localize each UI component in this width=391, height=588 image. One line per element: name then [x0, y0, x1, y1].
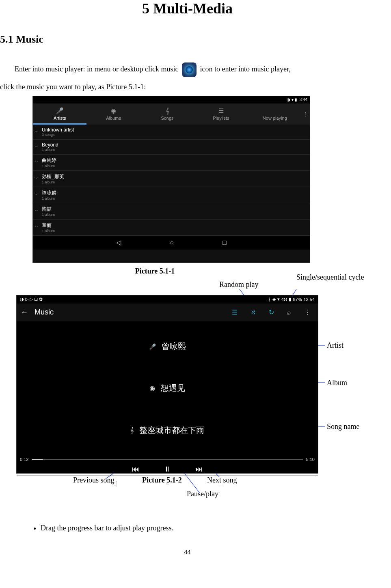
note-icon: 𝄞: [166, 107, 169, 114]
chevron-down-icon: ﹀: [35, 159, 42, 165]
progress-bar[interactable]: [32, 459, 302, 460]
section-title: 5.1 Music: [0, 33, 375, 45]
next-button[interactable]: ⏭: [195, 465, 203, 474]
artist-sub: 1 album: [42, 164, 306, 168]
artist-sub: 1 album: [42, 180, 306, 184]
signal-icon: ▾: [277, 297, 280, 302]
screenshot-artists-list: ◑ ▾ ▮ 3:44 🎤 Artists ◉ Albums 𝄞 Songs ☰ …: [32, 96, 310, 263]
artist-sub: 1 album: [42, 196, 306, 200]
playback-controls: ⏮ ⏸ ⏭: [17, 463, 318, 476]
mic-icon: 🎤: [56, 107, 64, 114]
nowplaying-album-row[interactable]: ◉ 想遇见: [17, 383, 318, 394]
note-icon: 𝄞: [130, 427, 134, 434]
intro-text-2: icon to enter into music player,: [200, 65, 290, 73]
intro-paragraph: Enter into music player: in menu or desk…: [0, 62, 375, 77]
status-bar: ◑ ▾ ▮ 3:44: [33, 96, 310, 103]
bullet-list: Drag the progress bar to adjust play pro…: [0, 524, 375, 532]
music-app-icon: [182, 62, 197, 77]
shuffle-icon[interactable]: ⤮: [251, 308, 256, 316]
artist-name: 陶喆: [42, 206, 306, 213]
overflow-menu[interactable]: ⋮: [302, 103, 310, 125]
artist-name: 孙楠_那英: [42, 173, 306, 180]
nowplaying-song: 整座城市都在下雨: [139, 425, 204, 436]
progress-row: 0:12 5:10: [17, 455, 318, 463]
list-item[interactable]: ﹀ Beyond 1 album: [33, 140, 310, 155]
nowplaying-album: 想遇见: [161, 383, 185, 394]
bullet-item: Drag the progress bar to adjust play pro…: [41, 524, 375, 532]
bt-icon: ᚼ: [268, 297, 271, 302]
mic-icon: 🎤: [149, 343, 156, 350]
chevron-down-icon: ﹀: [35, 192, 42, 198]
chevron-down-icon: ﹀: [35, 129, 42, 135]
artist-name: Unknown artist: [42, 127, 306, 133]
status-icons: ◑ ▾ ▮: [287, 97, 297, 102]
list-item[interactable]: ﹀ 陶喆 1 album: [33, 203, 310, 220]
tab-albums-label: Albums: [106, 116, 121, 121]
tab-albums[interactable]: ◉ Albums: [86, 103, 140, 125]
status-time: 13:54: [303, 297, 315, 302]
tab-nowplaying[interactable]: Now playing: [248, 103, 302, 125]
annotation-cycle: Single/sequential cycle: [296, 273, 364, 282]
chevron-down-icon: ﹀: [35, 144, 42, 150]
nav-back-icon[interactable]: ◁: [116, 239, 121, 246]
tab-artists-label: Artists: [54, 116, 66, 121]
chapter-title: 5 Multi-Media: [0, 0, 375, 17]
nowplaying-header: ← Music ☰ ⤮ ↻ ⌕ ⋮: [17, 304, 318, 321]
list-icon: ☰: [218, 107, 224, 114]
queue-icon[interactable]: ☰: [232, 308, 238, 316]
list-item[interactable]: ﹀ 孙楠_那英 1 album: [33, 171, 310, 187]
list-item[interactable]: ﹀ 谭咏麟 1 album: [33, 187, 310, 203]
artist-list: ﹀ Unknown artist 3 songs ﹀ Beyond 1 albu…: [33, 125, 310, 236]
nav-recent-icon[interactable]: □: [223, 239, 227, 246]
artist-sub: 1 album: [42, 229, 306, 233]
annotation-artist: Artist: [327, 341, 343, 350]
search-icon[interactable]: ⌕: [287, 309, 291, 316]
figure-caption-2: Picture 5.1-2: [142, 476, 182, 485]
status-time: 3:44: [300, 97, 307, 102]
header-title: Music: [35, 308, 222, 317]
annotation-songname: Song name: [327, 422, 360, 431]
disc-icon: ◉: [111, 107, 116, 114]
signal-text: 4G: [281, 297, 287, 302]
status-bar: ◑ ▷ ▷ ⊡ ✿ ᚼ ◈ ▾ 4G ▮ 97% 13:54: [17, 295, 318, 304]
tab-artists[interactable]: 🎤 Artists: [33, 103, 86, 125]
nav-home-icon[interactable]: ○: [170, 239, 174, 246]
back-icon[interactable]: ←: [21, 308, 28, 317]
nowplaying-artist-row[interactable]: 🎤 曾咏熙: [17, 341, 318, 352]
artist-sub: 1 album: [42, 148, 306, 152]
artist-name: 童丽: [42, 222, 306, 229]
pause-button[interactable]: ⏸: [164, 465, 171, 474]
time-total: 5:10: [306, 457, 315, 462]
tab-nowplaying-label: Now playing: [263, 116, 287, 121]
annotation-random-play: Random play: [219, 280, 259, 289]
annotation-pause-play: Pause/play: [187, 490, 218, 498]
disc-icon: ◉: [149, 384, 155, 392]
list-item[interactable]: ﹀ 童丽 1 album: [33, 220, 310, 236]
battery-text: 97%: [293, 297, 302, 302]
previous-button[interactable]: ⏮: [132, 465, 139, 474]
nowplaying-song-row[interactable]: 𝄞 整座城市都在下雨: [17, 425, 318, 436]
tab-playlists[interactable]: ☰ Playlists: [194, 103, 248, 125]
music-tabs: 🎤 Artists ◉ Albums 𝄞 Songs ☰ Playlists N…: [33, 103, 310, 125]
nowplaying-artist: 曾咏熙: [162, 341, 186, 352]
annotated-figure-2: Random play Single/sequential cycle Arti…: [0, 278, 375, 517]
tab-songs[interactable]: 𝄞 Songs: [140, 103, 194, 125]
artist-sub: 1 album: [42, 213, 306, 217]
chevron-down-icon: ﹀: [35, 176, 42, 181]
overflow-icon[interactable]: ⋮: [304, 308, 311, 316]
artist-sub: 3 songs: [42, 133, 306, 137]
tab-songs-label: Songs: [161, 116, 173, 121]
repeat-icon[interactable]: ↻: [269, 308, 274, 316]
tab-playlists-label: Playlists: [213, 116, 229, 121]
annotation-album: Album: [327, 379, 347, 387]
time-elapsed: 0:12: [20, 457, 28, 462]
battery-icon: ▮: [289, 297, 291, 302]
artist-name: Beyond: [42, 142, 306, 148]
chevron-down-icon: ﹀: [35, 208, 42, 214]
screenshot-now-playing: ◑ ▷ ▷ ⊡ ✿ ᚼ ◈ ▾ 4G ▮ 97% 13:54 ← Music ☰…: [16, 295, 318, 474]
nowplaying-icon: [274, 108, 276, 114]
intro-text-1: Enter into music player: in menu or desk…: [15, 65, 180, 73]
figure-caption-1: Picture 5.1-1: [0, 267, 342, 276]
list-item[interactable]: ﹀ Unknown artist 3 songs: [33, 125, 310, 140]
list-item[interactable]: ﹀ 曲婉婷 1 album: [33, 155, 310, 171]
